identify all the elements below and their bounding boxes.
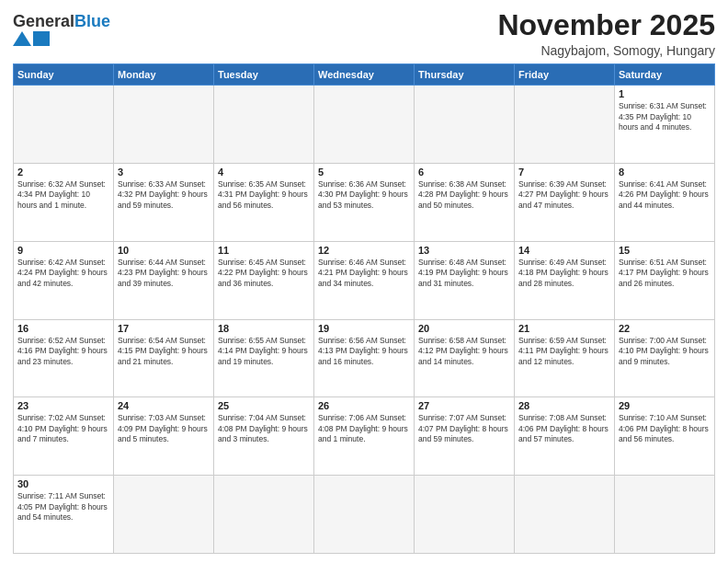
day-info: Sunrise: 7:02 AM Sunset: 4:10 PM Dayligh…: [17, 413, 109, 444]
day-number: 6: [418, 167, 510, 178]
day-number: 13: [418, 245, 510, 256]
calendar-cell: [14, 86, 114, 164]
calendar-cell: 19Sunrise: 6:56 AM Sunset: 4:13 PM Dayli…: [314, 319, 415, 397]
calendar-cell: 2Sunrise: 6:32 AM Sunset: 4:34 PM Daylig…: [14, 163, 114, 241]
day-number: 26: [318, 400, 410, 411]
weekday-header-wednesday: Wednesday: [314, 64, 415, 86]
logo-triangle-icon: [13, 31, 31, 46]
day-info: Sunrise: 6:58 AM Sunset: 4:12 PM Dayligh…: [418, 336, 510, 367]
calendar-cell: 12Sunrise: 6:46 AM Sunset: 4:21 PM Dayli…: [314, 241, 415, 319]
day-number: 12: [318, 245, 410, 256]
day-info: Sunrise: 6:33 AM Sunset: 4:32 PM Dayligh…: [118, 179, 210, 211]
calendar-cell: [314, 476, 415, 554]
calendar-cell: 8Sunrise: 6:41 AM Sunset: 4:26 PM Daylig…: [615, 163, 715, 241]
calendar-cell: 22Sunrise: 7:00 AM Sunset: 4:10 PM Dayli…: [615, 319, 715, 397]
calendar-cell: 21Sunrise: 6:59 AM Sunset: 4:11 PM Dayli…: [515, 319, 615, 397]
week-row-4: 16Sunrise: 6:52 AM Sunset: 4:16 PM Dayli…: [14, 319, 715, 397]
weekday-header-thursday: Thursday: [415, 64, 515, 86]
day-info: Sunrise: 6:59 AM Sunset: 4:11 PM Dayligh…: [518, 336, 610, 367]
calendar-cell: [114, 86, 214, 164]
calendar-cell: 26Sunrise: 7:06 AM Sunset: 4:08 PM Dayli…: [314, 397, 415, 476]
day-number: 2: [17, 167, 109, 178]
day-info: Sunrise: 6:48 AM Sunset: 4:19 PM Dayligh…: [418, 258, 510, 289]
day-number: 10: [118, 245, 210, 256]
weekday-header-friday: Friday: [515, 64, 615, 86]
day-info: Sunrise: 7:06 AM Sunset: 4:08 PM Dayligh…: [318, 413, 410, 444]
calendar-cell: 11Sunrise: 6:45 AM Sunset: 4:22 PM Dayli…: [214, 241, 314, 319]
day-info: Sunrise: 7:07 AM Sunset: 4:07 PM Dayligh…: [418, 413, 510, 444]
title-block: November 2025 Nagybajom, Somogy, Hungary: [497, 9, 715, 58]
day-info: Sunrise: 6:35 AM Sunset: 4:31 PM Dayligh…: [218, 179, 310, 211]
day-number: 30: [17, 478, 109, 489]
calendar-cell: 5Sunrise: 6:36 AM Sunset: 4:30 PM Daylig…: [314, 163, 415, 241]
day-number: 7: [518, 167, 610, 178]
day-number: 14: [518, 245, 610, 256]
calendar-cell: 18Sunrise: 6:55 AM Sunset: 4:14 PM Dayli…: [214, 319, 314, 397]
day-info: Sunrise: 7:10 AM Sunset: 4:06 PM Dayligh…: [619, 413, 711, 444]
week-row-6: 30Sunrise: 7:11 AM Sunset: 4:05 PM Dayli…: [14, 476, 715, 554]
day-info: Sunrise: 6:39 AM Sunset: 4:27 PM Dayligh…: [518, 179, 610, 211]
calendar-cell: 14Sunrise: 6:49 AM Sunset: 4:18 PM Dayli…: [515, 241, 615, 319]
weekday-header-sunday: Sunday: [14, 64, 114, 86]
calendar-cell: 28Sunrise: 7:08 AM Sunset: 4:06 PM Dayli…: [515, 397, 615, 476]
calendar-cell: 24Sunrise: 7:03 AM Sunset: 4:09 PM Dayli…: [114, 397, 214, 476]
calendar-cell: 1Sunrise: 6:31 AM Sunset: 4:35 PM Daylig…: [615, 86, 715, 164]
day-number: 8: [619, 167, 711, 178]
weekday-header-tuesday: Tuesday: [214, 64, 314, 86]
weekday-row: SundayMondayTuesdayWednesdayThursdayFrid…: [14, 64, 715, 86]
day-info: Sunrise: 6:46 AM Sunset: 4:21 PM Dayligh…: [318, 258, 410, 289]
logo-text: GeneralBlue: [13, 13, 110, 29]
calendar-cell: 6Sunrise: 6:38 AM Sunset: 4:28 PM Daylig…: [415, 163, 515, 241]
day-number: 18: [218, 323, 310, 334]
day-number: 19: [318, 323, 410, 334]
weekday-header-monday: Monday: [114, 64, 214, 86]
header: GeneralBlue November 2025 Nagybajom, Som…: [13, 9, 715, 58]
calendar-cell: [415, 86, 515, 164]
day-info: Sunrise: 7:04 AM Sunset: 4:08 PM Dayligh…: [218, 413, 310, 444]
calendar-cell: 13Sunrise: 6:48 AM Sunset: 4:19 PM Dayli…: [415, 241, 515, 319]
calendar-cell: [515, 86, 615, 164]
calendar-cell: 23Sunrise: 7:02 AM Sunset: 4:10 PM Dayli…: [14, 397, 114, 476]
day-info: Sunrise: 6:38 AM Sunset: 4:28 PM Dayligh…: [418, 179, 510, 211]
day-info: Sunrise: 6:32 AM Sunset: 4:34 PM Dayligh…: [17, 179, 109, 211]
day-info: Sunrise: 7:08 AM Sunset: 4:06 PM Dayligh…: [518, 413, 610, 444]
calendar-cell: 20Sunrise: 6:58 AM Sunset: 4:12 PM Dayli…: [415, 319, 515, 397]
day-number: 4: [218, 167, 310, 178]
day-info: Sunrise: 6:45 AM Sunset: 4:22 PM Dayligh…: [218, 258, 310, 289]
day-info: Sunrise: 6:55 AM Sunset: 4:14 PM Dayligh…: [218, 336, 310, 367]
calendar-cell: [615, 476, 715, 554]
day-number: 5: [318, 167, 410, 178]
calendar-cell: [314, 86, 415, 164]
day-number: 27: [418, 400, 510, 411]
day-number: 15: [619, 245, 711, 256]
calendar-cell: [415, 476, 515, 554]
calendar-cell: [114, 476, 214, 554]
day-number: 25: [218, 400, 310, 411]
day-number: 16: [17, 323, 109, 334]
day-info: Sunrise: 6:52 AM Sunset: 4:16 PM Dayligh…: [17, 336, 109, 367]
day-number: 29: [619, 400, 711, 411]
week-row-1: 1Sunrise: 6:31 AM Sunset: 4:35 PM Daylig…: [14, 86, 715, 164]
calendar-cell: [214, 86, 314, 164]
day-number: 3: [118, 167, 210, 178]
day-info: Sunrise: 6:49 AM Sunset: 4:18 PM Dayligh…: [518, 258, 610, 289]
day-number: 11: [218, 245, 310, 256]
day-info: Sunrise: 6:51 AM Sunset: 4:17 PM Dayligh…: [619, 258, 711, 289]
day-number: 23: [17, 400, 109, 411]
logo-box-icon: [33, 31, 50, 46]
calendar-cell: 10Sunrise: 6:44 AM Sunset: 4:23 PM Dayli…: [114, 241, 214, 319]
logo-bar: [13, 31, 50, 46]
day-info: Sunrise: 7:00 AM Sunset: 4:10 PM Dayligh…: [619, 336, 711, 367]
day-info: Sunrise: 6:44 AM Sunset: 4:23 PM Dayligh…: [118, 258, 210, 289]
logo: GeneralBlue: [13, 13, 110, 46]
day-info: Sunrise: 6:42 AM Sunset: 4:24 PM Dayligh…: [17, 258, 109, 289]
calendar: SundayMondayTuesdayWednesdayThursdayFrid…: [13, 63, 715, 554]
day-info: Sunrise: 6:54 AM Sunset: 4:15 PM Dayligh…: [118, 336, 210, 367]
day-info: Sunrise: 7:03 AM Sunset: 4:09 PM Dayligh…: [118, 413, 210, 444]
calendar-cell: 7Sunrise: 6:39 AM Sunset: 4:27 PM Daylig…: [515, 163, 615, 241]
logo-blue-text: Blue: [74, 12, 110, 30]
calendar-cell: 25Sunrise: 7:04 AM Sunset: 4:08 PM Dayli…: [214, 397, 314, 476]
calendar-cell: 27Sunrise: 7:07 AM Sunset: 4:07 PM Dayli…: [415, 397, 515, 476]
day-info: Sunrise: 6:31 AM Sunset: 4:35 PM Dayligh…: [619, 101, 711, 132]
day-number: 28: [518, 400, 610, 411]
